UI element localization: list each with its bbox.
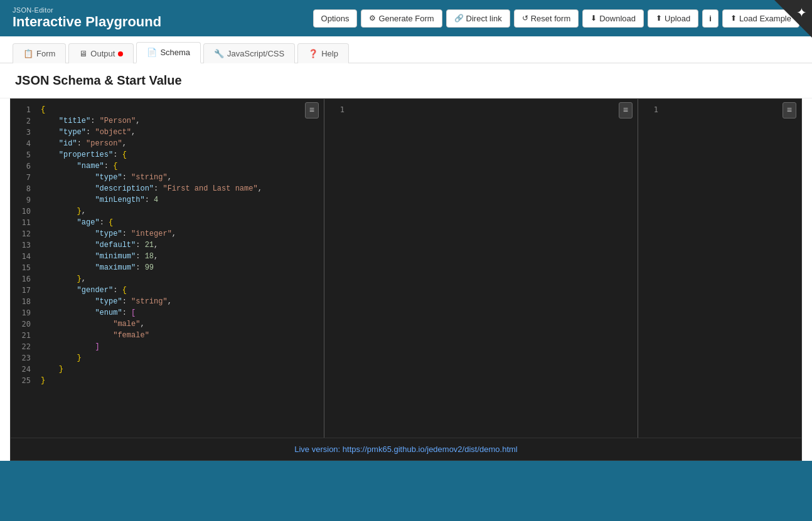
- app-subtitle: JSON-Editor: [13, 6, 161, 14]
- load-example-icon: ⬆: [730, 14, 737, 23]
- editor-footer: Live version: https://pmk65.github.io/je…: [11, 438, 801, 460]
- tab-help-label: Help: [321, 49, 338, 58]
- form-tab-icon: 📋: [23, 49, 33, 58]
- schema-code: { "title": "Person", "type": "object", "…: [36, 99, 324, 391]
- section-title-bar: JSON Schema & Start Value: [0, 63, 812, 98]
- main-content: 📋 Form 🖥 Output 📄 Schema 🔧 JavaScript/CS…: [0, 36, 812, 461]
- tab-output-label: Output: [90, 49, 115, 58]
- options-button[interactable]: Options: [313, 9, 358, 28]
- output-dot: [118, 51, 123, 56]
- header: JSON-Editor Interactive Playground Optio…: [0, 0, 812, 36]
- right-line-numbers: 1: [638, 99, 661, 120]
- tab-help[interactable]: ❓ Help: [297, 43, 349, 63]
- corner-icon: ✦: [796, 5, 807, 20]
- right-editor-pane[interactable]: 1 ≡: [638, 99, 801, 438]
- info-button[interactable]: i: [702, 9, 719, 28]
- tab-javascript-css[interactable]: 🔧 JavaScript/CSS: [203, 43, 295, 63]
- start-value-editor-pane[interactable]: 1 ≡: [324, 99, 638, 438]
- schema-editor-menu-button[interactable]: ≡: [305, 102, 319, 118]
- upload-icon: ⬆: [656, 14, 662, 23]
- app-title: Interactive Playground: [13, 14, 161, 30]
- line-numbers: 12345 678910 1112131415 1617181920 21222…: [11, 99, 33, 391]
- editor-main-row: 12345 678910 1112131415 1617181920 21222…: [11, 99, 801, 438]
- tab-js-css-label: JavaScript/CSS: [227, 49, 284, 58]
- js-css-tab-icon: 🔧: [214, 49, 224, 58]
- tab-form-label: Form: [36, 49, 55, 58]
- direct-link-icon: 🔗: [454, 14, 464, 23]
- reset-form-button[interactable]: ↺ Reset form: [514, 9, 579, 28]
- output-tab-icon: 🖥: [79, 49, 87, 58]
- schema-editor-pane[interactable]: 12345 678910 1112131415 1617181920 21222…: [11, 99, 324, 438]
- tab-schema-label: Schema: [160, 48, 190, 57]
- live-version-text: Live version: https://pmk65.github.io/je…: [294, 445, 518, 454]
- reset-form-icon: ↺: [522, 14, 528, 23]
- tab-form[interactable]: 📋 Form: [13, 43, 66, 63]
- upload-button[interactable]: ⬆ Upload: [648, 9, 698, 28]
- start-value-line-numbers: 1: [324, 99, 347, 120]
- generate-form-icon: ⚙: [369, 14, 376, 23]
- tabs-bar: 📋 Form 🖥 Output 📄 Schema 🔧 JavaScript/CS…: [0, 36, 812, 63]
- help-tab-icon: ❓: [308, 49, 318, 58]
- download-button[interactable]: ⬇ Download: [582, 9, 644, 28]
- section-title: JSON Schema & Start Value: [15, 73, 797, 88]
- brand: JSON-Editor Interactive Playground: [13, 6, 161, 30]
- download-icon: ⬇: [590, 14, 597, 23]
- generate-form-button[interactable]: ⚙ Generate Form: [361, 9, 442, 28]
- tab-schema[interactable]: 📄 Schema: [136, 42, 201, 63]
- direct-link-button[interactable]: 🔗 Direct link: [446, 9, 510, 28]
- tab-output[interactable]: 🖥 Output: [68, 43, 134, 63]
- right-editor-menu-button[interactable]: ≡: [783, 102, 796, 118]
- schema-tab-icon: 📄: [147, 48, 157, 57]
- toolbar: Options ⚙ Generate Form 🔗 Direct link ↺ …: [313, 9, 799, 28]
- start-value-menu-button[interactable]: ≡: [619, 102, 633, 118]
- editor-wrapper: 12345 678910 1112131415 1617181920 21222…: [10, 98, 802, 461]
